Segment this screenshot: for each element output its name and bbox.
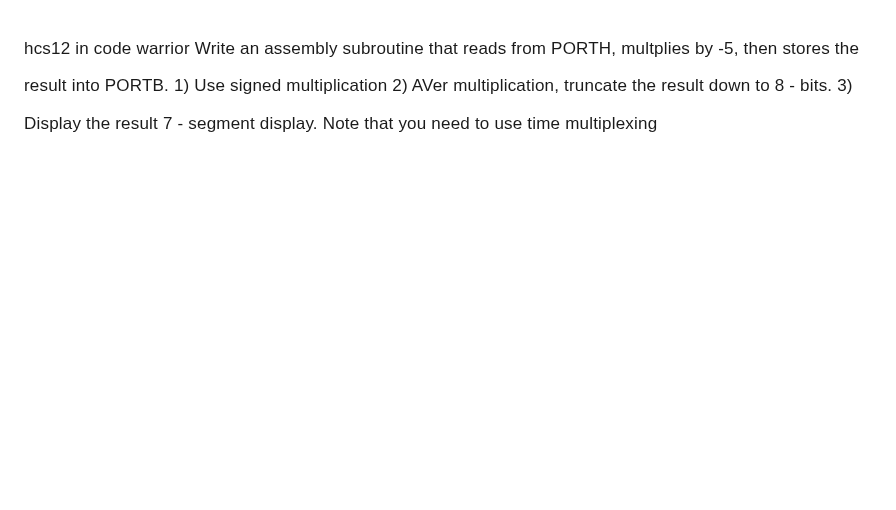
question-text: hcs12 in code warrior Write an assembly … — [24, 30, 872, 142]
